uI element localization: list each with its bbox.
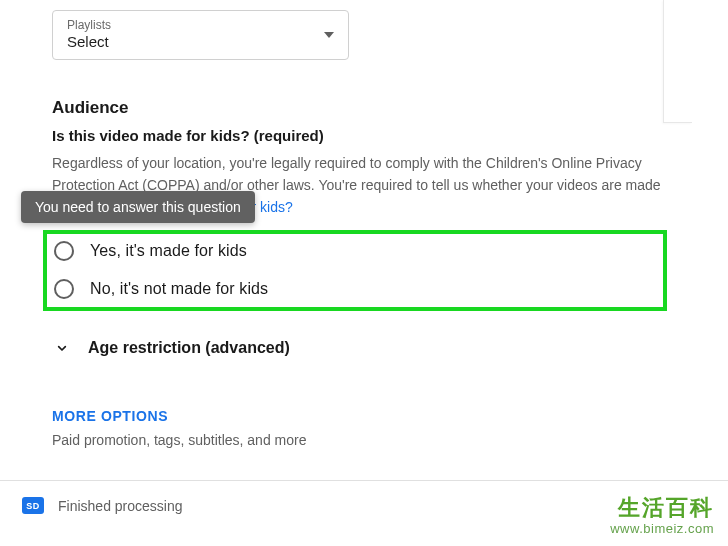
- made-for-kids-yes-option[interactable]: Yes, it's made for kids: [54, 241, 247, 261]
- radio-icon: [54, 279, 74, 299]
- audience-heading: Audience: [52, 98, 129, 118]
- watermark-url: www.bimeiz.com: [610, 521, 714, 536]
- playlists-value: Select: [67, 32, 336, 52]
- dropdown-arrow-icon: [324, 32, 334, 38]
- playlists-select[interactable]: Playlists Select: [52, 10, 349, 60]
- watermark-title: 生活百科: [610, 493, 714, 523]
- made-for-kids-yes-label: Yes, it's made for kids: [90, 242, 247, 260]
- playlists-label: Playlists: [67, 18, 336, 32]
- right-panel-edge: [663, 0, 692, 123]
- footer-separator: [0, 480, 728, 481]
- age-restriction-expander[interactable]: Age restriction (advanced): [54, 339, 290, 357]
- audience-required-line: Is this video made for kids? (required): [52, 127, 324, 144]
- made-for-kids-no-label: No, it's not made for kids: [90, 280, 268, 298]
- processing-status-text: Finished processing: [58, 498, 183, 514]
- watermark: 生活百科 www.bimeiz.com: [610, 493, 714, 536]
- sd-badge-icon: SD: [22, 497, 44, 514]
- more-options-link[interactable]: MORE OPTIONS: [52, 408, 168, 424]
- more-options-desc: Paid promotion, tags, subtitles, and mor…: [52, 432, 306, 448]
- chevron-down-icon: [54, 340, 70, 356]
- answer-required-tooltip: You need to answer this question: [21, 191, 255, 223]
- age-restriction-label: Age restriction (advanced): [88, 339, 290, 357]
- made-for-kids-no-option[interactable]: No, it's not made for kids: [54, 279, 268, 299]
- radio-icon: [54, 241, 74, 261]
